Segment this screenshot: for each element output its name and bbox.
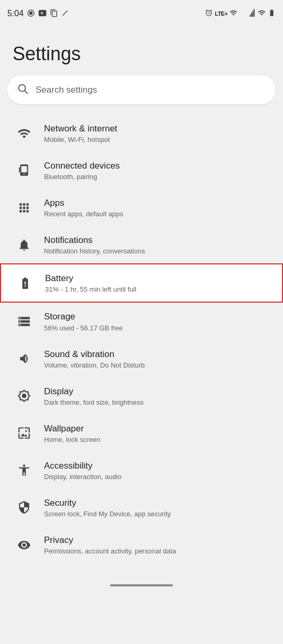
notifications-icon [13, 238, 36, 252]
svg-point-1 [29, 12, 32, 14]
search-placeholder: Search settings [36, 85, 97, 95]
item-text-connected-devices: Connected devices Bluetooth, pairing [44, 160, 270, 181]
privacy-icon [13, 538, 36, 552]
item-subtitle-privacy: Permissions, account activity, personal … [44, 547, 270, 555]
settings-list: Network & internet Mobile, Wi-Fi, hotspo… [0, 115, 283, 563]
network-bars-icon [230, 9, 237, 18]
item-title-connected-devices: Connected devices [44, 160, 270, 172]
settings-item-display[interactable]: Display Dark theme, font size, brightnes… [0, 377, 283, 415]
settings-item-wallpaper[interactable]: Wallpaper Home, lock screen [0, 415, 283, 452]
svg-rect-9 [19, 167, 20, 172]
item-text-security: Security Screen lock, Find My Device, ap… [44, 497, 270, 518]
item-subtitle-notifications: Notification history, conversations [44, 247, 270, 255]
settings-item-connected-devices[interactable]: Connected devices Bluetooth, pairing [0, 152, 283, 189]
settings-item-sound[interactable]: Sound & vibration Volume, vibration, Do … [0, 340, 283, 377]
settings-item-storage[interactable]: Storage 56% used - 56.17 GB free [0, 303, 283, 340]
item-title-privacy: Privacy [44, 535, 270, 546]
signal-strength-icon [240, 9, 256, 18]
item-title-display: Display [44, 386, 270, 397]
status-bar: 5:04 LTE+ [0, 0, 283, 27]
item-subtitle-wallpaper: Home, lock screen [44, 436, 270, 443]
accessibility-icon [13, 463, 36, 477]
svg-rect-6 [254, 9, 255, 17]
item-subtitle-display: Dark theme, font size, brightness [44, 398, 270, 406]
status-right: LTE+ [205, 9, 276, 18]
storage-icon [13, 315, 36, 328]
item-subtitle-security: Screen lock, Find My Device, app securit… [44, 510, 270, 518]
item-subtitle-storage: 56% used - 56.17 GB free [44, 324, 270, 332]
item-text-notifications: Notifications Notification history, conv… [44, 235, 270, 255]
item-title-storage: Storage [44, 311, 270, 323]
screen-record-icon [27, 9, 35, 19]
slash-icon [61, 9, 69, 18]
clipboard-icon [50, 9, 58, 19]
item-title-notifications: Notifications [44, 235, 270, 246]
wifi-icon [13, 127, 36, 140]
alarm-icon [205, 9, 213, 18]
item-subtitle-sound: Volume, vibration, Do Not Disturb [44, 361, 270, 369]
scroll-indicator [0, 579, 283, 590]
item-text-storage: Storage 56% used - 56.17 GB free [44, 311, 270, 331]
sound-icon [13, 352, 36, 365]
devices-icon [13, 164, 36, 177]
status-left: 5:04 [7, 9, 69, 19]
item-subtitle-accessibility: Display, interaction, audio [44, 473, 270, 481]
item-title-security: Security [44, 497, 270, 509]
settings-item-network[interactable]: Network & internet Mobile, Wi-Fi, hotspo… [0, 115, 283, 152]
item-text-sound: Sound & vibration Volume, vibration, Do … [44, 349, 270, 369]
apps-icon [13, 201, 36, 215]
signal-icon: LTE+ [215, 10, 227, 17]
item-text-display: Display Dark theme, font size, brightnes… [44, 386, 270, 406]
search-icon [17, 83, 28, 97]
main-content: Settings Search settings Network & inter… [0, 27, 283, 579]
item-text-privacy: Privacy Permissions, account activity, p… [44, 535, 270, 555]
item-title-sound: Sound & vibration [44, 349, 270, 360]
settings-item-security[interactable]: Security Screen lock, Find My Device, ap… [0, 489, 283, 526]
wallpaper-icon [13, 426, 36, 440]
settings-item-privacy[interactable]: Privacy Permissions, account activity, p… [0, 526, 283, 563]
svg-rect-3 [249, 15, 251, 17]
item-title-network: Network & internet [44, 123, 270, 135]
item-subtitle-apps: Recent apps, default apps [44, 210, 270, 218]
settings-item-battery[interactable]: Battery 31% - 1 hr, 55 min left until fu… [0, 263, 283, 303]
battery-icon [14, 276, 37, 290]
item-title-wallpaper: Wallpaper [44, 423, 270, 435]
item-title-battery: Battery [45, 273, 269, 284]
item-subtitle-connected-devices: Bluetooth, pairing [44, 173, 270, 181]
svg-line-8 [25, 91, 27, 93]
item-subtitle-network: Mobile, Wi-Fi, hotspot [44, 136, 270, 143]
item-text-apps: Apps Recent apps, default apps [44, 197, 270, 218]
search-bar[interactable]: Search settings [7, 75, 276, 104]
security-icon [13, 501, 36, 514]
page-title: Settings [0, 38, 283, 75]
item-text-wallpaper: Wallpaper Home, lock screen [44, 423, 270, 443]
status-time: 5:04 [7, 9, 24, 18]
item-subtitle-battery: 31% - 1 hr, 55 min left until full [45, 285, 269, 293]
item-text-network: Network & internet Mobile, Wi-Fi, hotspo… [44, 123, 270, 143]
display-icon [13, 389, 36, 403]
item-title-accessibility: Accessibility [44, 460, 270, 472]
item-text-accessibility: Accessibility Display, interaction, audi… [44, 460, 270, 481]
youtube-icon [38, 9, 47, 19]
battery-status-icon [268, 9, 276, 18]
scroll-bar [110, 584, 173, 586]
settings-item-accessibility[interactable]: Accessibility Display, interaction, audi… [0, 452, 283, 489]
svg-rect-4 [251, 13, 252, 17]
settings-item-notifications[interactable]: Notifications Notification history, conv… [0, 226, 283, 263]
svg-line-2 [62, 10, 67, 15]
item-text-battery: Battery 31% - 1 hr, 55 min left until fu… [45, 273, 269, 293]
settings-item-apps[interactable]: Apps Recent apps, default apps [0, 189, 283, 226]
svg-rect-5 [252, 11, 253, 17]
wifi-icon [258, 9, 266, 18]
item-title-apps: Apps [44, 197, 270, 209]
